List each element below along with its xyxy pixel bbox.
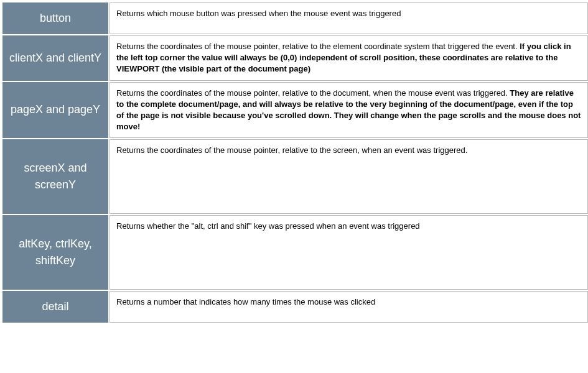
desc-text: Returns the coordinates of the mouse poi… [116, 88, 510, 98]
property-name-cell: altKey, ctrlKey, shiftKey [2, 215, 108, 290]
property-name-cell: detail [2, 291, 108, 323]
property-desc-cell: Returns the coordinates of the mouse poi… [110, 35, 588, 81]
property-desc-cell: Returns which mouse button was pressed w… [110, 2, 588, 34]
table-row: detail Returns a number that indicates h… [2, 291, 588, 323]
table-row: screenX and screenY Returns the coordina… [2, 139, 588, 214]
property-desc-cell: Returns the coordinates of the mouse poi… [110, 82, 588, 139]
property-name-cell: pageX and pageY [2, 82, 108, 139]
table-row: button Returns which mouse button was pr… [2, 2, 588, 34]
desc-text: Returns which mouse button was pressed w… [116, 9, 401, 18]
table-row: pageX and pageY Returns the coordinates … [2, 82, 588, 139]
table-row: altKey, ctrlKey, shiftKey Returns whethe… [2, 215, 588, 290]
property-desc-cell: Returns a number that indicates how many… [110, 291, 588, 323]
property-desc-cell: Returns the coordinates of the mouse poi… [110, 139, 588, 214]
property-name-cell: screenX and screenY [2, 139, 108, 214]
desc-text: Returns whether the "alt, ctrl and shif"… [116, 221, 420, 231]
table-row: clientX and clientY Returns the coordina… [2, 35, 588, 81]
desc-text: Returns the coordinates of the mouse poi… [116, 145, 467, 155]
desc-text: Returns a number that indicates how many… [116, 297, 375, 306]
desc-text: Returns the coordinates of the mouse poi… [116, 42, 520, 51]
property-name-cell: button [2, 2, 108, 34]
properties-table: button Returns which mouse button was pr… [1, 1, 588, 324]
property-desc-cell: Returns whether the "alt, ctrl and shif"… [110, 215, 588, 290]
property-name-cell: clientX and clientY [2, 35, 108, 81]
